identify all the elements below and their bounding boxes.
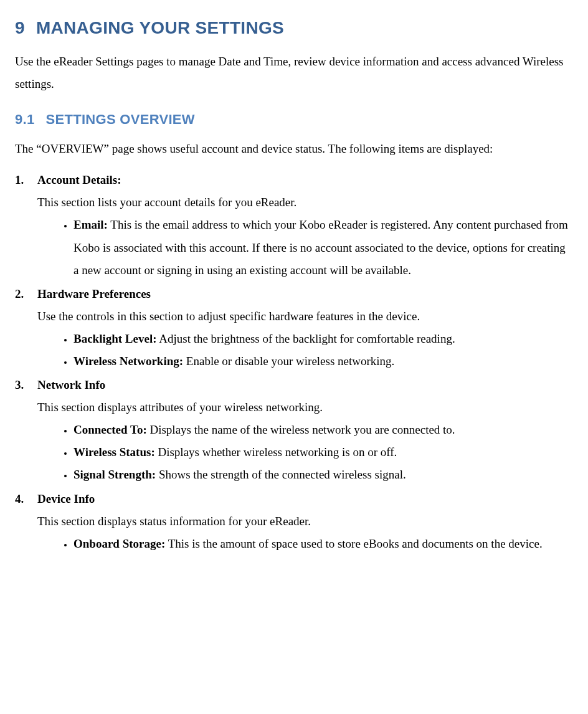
bullet-label: Wireless Networking: [74,355,183,368]
bullet-label: Signal Strength: [74,468,156,481]
item-desc: This section displays status information… [37,510,573,533]
list-item: Backlight Level: Adjust the brightness o… [74,328,573,350]
list-item: Wireless Networking: Enable or disable y… [74,350,573,373]
item-desc: Use the controls in this section to adju… [37,305,573,328]
section-number: 9.1 [15,107,34,133]
item-desc: This section lists your account details … [37,191,573,214]
sub-list: Backlight Level: Adjust the brightness o… [37,328,573,373]
sub-list: Email: This is the email address to whic… [37,214,573,281]
overview-intro: The “OVERVIEW” page shows useful account… [15,138,573,160]
bullet-label: Email: [74,218,108,231]
item-desc: This section displays attributes of your… [37,396,573,419]
list-item: Connected To: Displays the name of the w… [74,419,573,441]
bullet-label: Backlight Level: [74,332,157,345]
item-title: Network Info [37,378,105,391]
list-item: Device Info This section displays status… [37,488,573,555]
bullet-text: Adjust the brightness of the backlight f… [157,332,455,345]
item-title: Hardware Preferences [37,287,151,300]
section-title: SETTINGS OVERVIEW [45,112,194,127]
list-item: Onboard Storage: This is the amount of s… [74,533,573,555]
sub-list: Onboard Storage: This is the amount of s… [37,533,573,555]
chapter-title: MANAGING YOUR SETTINGS [36,18,284,37]
bullet-label: Wireless Status: [74,445,155,459]
bullet-text: This is the email address to which your … [74,218,568,276]
bullet-label: Connected To: [74,423,147,436]
section-heading: 9.1SETTINGS OVERVIEW [15,107,573,133]
bullet-text: Displays whether wireless networking is … [155,445,397,459]
list-item: Account Details: This section lists your… [37,169,573,281]
list-item: Wireless Status: Displays whether wirele… [74,441,573,464]
chapter-heading: 9MANAGING YOUR SETTINGS [15,11,573,44]
list-item: Network Info This section displays attri… [37,374,573,486]
item-title: Device Info [37,492,95,505]
bullet-text: This is the amount of space used to stor… [165,537,542,550]
bullet-text: Shows the strength of the connected wire… [156,468,406,481]
list-item: Signal Strength: Shows the strength of t… [74,464,573,486]
bullet-label: Onboard Storage: [74,537,165,550]
bullet-text: Enable or disable your wireless networki… [183,355,394,368]
list-item: Email: This is the email address to whic… [74,214,573,281]
list-item: Hardware Preferences Use the controls in… [37,283,573,373]
chapter-number: 9 [15,11,25,44]
bullet-text: Displays the name of the wireless networ… [147,423,455,436]
sub-list: Connected To: Displays the name of the w… [37,419,573,486]
overview-list: Account Details: This section lists your… [15,169,573,555]
intro-paragraph: Use the eReader Settings pages to manage… [15,50,573,95]
item-title: Account Details: [37,173,121,186]
